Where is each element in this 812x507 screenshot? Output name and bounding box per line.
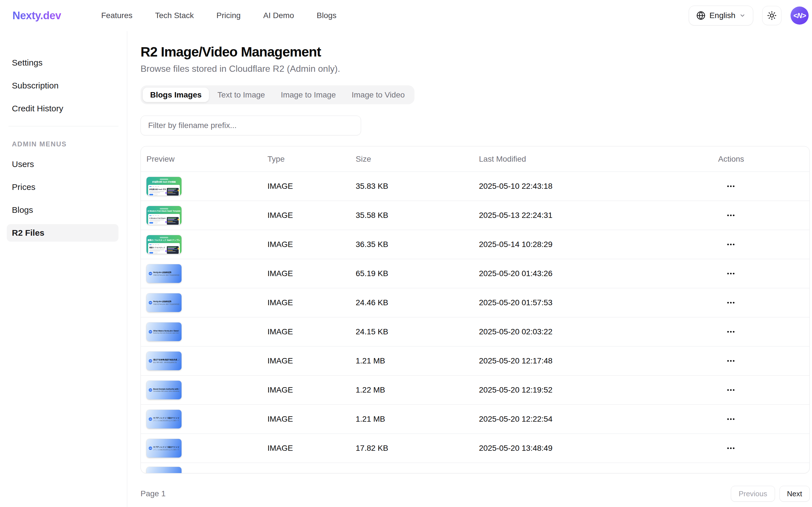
thumbnail-card-preview: <N> What Makes Nexty.dev Stand Out Explo… xyxy=(147,323,181,341)
column-header-actions: Actions xyxy=(718,155,804,164)
row-actions-button[interactable] xyxy=(724,412,738,426)
theme-toggle-button[interactable] xyxy=(762,6,781,25)
previous-page-button[interactable]: Previous xyxy=(731,486,775,502)
main-content: R2 Image/Video Management Browse files s… xyxy=(127,31,812,507)
sidebar-admin-group: Users Prices Blogs R2 Files xyxy=(7,156,118,242)
row-actions-button[interactable] xyxy=(724,354,738,368)
row-actions-button[interactable] xyxy=(724,237,738,251)
type-cell: IMAGE xyxy=(267,414,356,424)
size-cell: 1.21 MB xyxy=(356,414,479,424)
sidebar-item-subscription[interactable]: Subscription xyxy=(7,77,118,94)
table-row: サブディレクトリ統合でドメイン権威を向上 サブディレクトリ統合でドメイン権威を向… xyxy=(141,434,809,463)
thumbnail-site-preview: A Modern Full-Stack SaaS Template A Mode… xyxy=(147,206,181,225)
sidebar-item-users[interactable]: Users xyxy=(7,156,118,173)
size-cell: 35.58 KB xyxy=(356,211,479,220)
globe-icon xyxy=(696,11,705,20)
nav-item-tech-stack[interactable]: Tech Stack xyxy=(155,11,194,20)
nav-item-features[interactable]: Features xyxy=(101,11,132,20)
thumb-code-block xyxy=(167,217,179,225)
table-row: サブディレクトリ統合でドメイン権威を向上 サブディレクトリ統合でドメイン権威を向… xyxy=(141,405,809,434)
brand-logo[interactable]: Nexty.dev xyxy=(12,10,61,22)
tab-text-to-image[interactable]: Text to Image xyxy=(210,88,272,102)
table-row: Nexty.dev 的独特优势 Nexty.dev 的独特优势 xyxy=(141,259,809,288)
size-cell: 1.21 MB xyxy=(356,356,479,365)
preview-thumbnail[interactable]: サブディレクトリ統合でドメイン権威を向上 サブディレクトリ統合でドメイン権威を向… xyxy=(147,410,181,429)
row-actions-button[interactable] xyxy=(724,296,738,310)
column-header-preview: Preview xyxy=(147,155,267,164)
thumbnail-card-preview: <N> Nexty.dev 的独特优势 详细介绍 Nexty.dev 相对于竞品… xyxy=(147,293,181,312)
sidebar-item-settings[interactable]: Settings xyxy=(7,54,118,71)
table-row: <N> xyxy=(141,463,809,473)
tab-list: Blogs Images Text to Image Image to Imag… xyxy=(141,86,415,104)
type-cell xyxy=(267,463,356,467)
thumb-card-title: What Makes Nexty.dev Stand Out xyxy=(153,330,179,332)
type-cell: IMAGE xyxy=(267,269,356,278)
page-title: R2 Image/Video Management xyxy=(141,44,810,60)
type-cell: IMAGE xyxy=(267,298,356,307)
sidebar-section-label: ADMIN MENUS xyxy=(12,140,118,148)
ellipsis-icon xyxy=(726,327,736,337)
nav-item-blogs[interactable]: Blogs xyxy=(317,11,336,20)
size-cell: 24.46 KB xyxy=(356,298,479,307)
thumb-browser-mockup: A Modern Full-Stack SaaS Template xyxy=(148,214,180,225)
table-header: Preview Type Size Last Modified Actions xyxy=(141,147,809,172)
tab-image-to-video[interactable]: Image to Video xyxy=(344,88,412,102)
sidebar-item-credit-history[interactable]: Credit History xyxy=(7,100,118,117)
row-actions-button[interactable] xyxy=(724,325,738,339)
preview-thumbnail[interactable]: 多场景全栈 SaaS 开发模板 多场景全栈 SaaS 开发模板 xyxy=(147,177,181,195)
size-cell: 1.22 MB xyxy=(356,386,479,395)
size-cell: 24.15 KB xyxy=(356,327,479,336)
row-actions-button[interactable] xyxy=(724,267,738,281)
preview-cell: A Modern Full-Stack SaaS Template A Mode… xyxy=(147,206,267,225)
tab-blogs-images[interactable]: Blogs Images xyxy=(143,88,209,102)
files-table: Preview Type Size Last Modified Actions … xyxy=(141,146,810,473)
app-window: Nexty.dev Features Tech Stack Pricing AI… xyxy=(0,0,812,507)
preview-thumbnail[interactable]: Nexty.dev 的独特优势 Nexty.dev 的独特优势 xyxy=(147,264,181,283)
modified-cell: 2025-05-13 22:24:31 xyxy=(479,211,718,220)
filter-input[interactable] xyxy=(141,116,361,135)
thumb-purple-dot xyxy=(165,221,167,223)
preview-thumbnail[interactable]: Boost Domain Authority with Subdirectory… xyxy=(147,381,181,399)
row-actions-button[interactable] xyxy=(724,383,738,397)
preview-thumbnail[interactable]: What Makes Nexty.dev Stand Out What Make… xyxy=(147,323,181,341)
type-cell: IMAGE xyxy=(267,444,356,453)
preview-thumbnail[interactable]: A Modern Full-Stack SaaS Template A Mode… xyxy=(147,206,181,225)
preview-thumbnail[interactable]: 通过子目录集成提升域名权威，巩固品牌独立性 通过子目录集成提升域名权威，巩固品牌… xyxy=(147,351,181,370)
thumb-card-subtitle: Exploring what sets Nexty.dev apart from… xyxy=(153,332,179,334)
preview-thumbnail[interactable]: 最新の フルスタック SaaS テンプレート 最新の フルスタック SaaS テ… xyxy=(147,235,181,254)
thumb-card-subtitle: 详细介绍 Nexty.dev 相对于竞品的独特优势 xyxy=(153,303,179,305)
column-header-last-modified: Last Modified xyxy=(479,155,718,164)
row-actions-button[interactable] xyxy=(724,208,738,222)
table-row: Boost Domain Authority with Subdirectory… xyxy=(141,376,809,405)
thumb-card-subtitle: ブランドの独立性を保ちながらSEOパワーを統合 xyxy=(153,420,179,421)
language-selector-button[interactable]: English xyxy=(689,6,753,25)
preview-thumbnail[interactable]: <N> xyxy=(147,467,181,473)
size-cell xyxy=(356,463,479,467)
tab-image-to-image[interactable]: Image to Image xyxy=(273,88,343,102)
preview-cell: Nexty.dev 的独特优势 Nexty.dev 的独特优势 xyxy=(147,264,267,283)
thumb-yellow-dot xyxy=(177,190,179,191)
thumb-hero-pill xyxy=(160,179,168,180)
preview-cell: 最新の フルスタック SaaS テンプレート 最新の フルスタック SaaS テ… xyxy=(147,235,267,254)
next-page-button[interactable]: Next xyxy=(779,486,810,502)
preview-cell: <N> xyxy=(147,463,267,473)
row-actions-button[interactable] xyxy=(724,441,738,455)
thumb-card-subtitle: 详细介绍 Nexty.dev 相对于竞品的独特优势 xyxy=(153,274,179,276)
user-avatar[interactable]: <N> xyxy=(791,6,809,24)
size-cell: 35.83 KB xyxy=(356,182,479,191)
sidebar-user-group: Settings Subscription Credit History xyxy=(7,54,118,117)
thumbnail-card-preview: <N> Boost Domain Authority with Subdirec… xyxy=(147,381,181,399)
preview-thumbnail[interactable]: Nexty.dev 的独特优势 Nexty.dev 的独特优势 xyxy=(147,293,181,312)
sidebar-item-r2-files[interactable]: R2 Files xyxy=(7,224,118,242)
nav-item-ai-demo[interactable]: AI Demo xyxy=(263,11,294,20)
thumb-code-block xyxy=(167,246,179,254)
table-row: Nexty.dev 的独特优势 Nexty.dev 的独特优势 xyxy=(141,288,809,317)
preview-thumbnail[interactable]: サブディレクトリ統合でドメイン権威を向上 サブディレクトリ統合でドメイン権威を向… xyxy=(147,439,181,458)
sidebar-item-prices[interactable]: Prices xyxy=(7,178,118,196)
nav-item-pricing[interactable]: Pricing xyxy=(216,11,240,20)
thumb-card-subtitle: ブランドの独立性を保ちながらSEOパワーを統合 xyxy=(153,449,179,450)
row-actions-button[interactable] xyxy=(724,179,738,193)
size-cell: 65.19 KB xyxy=(356,269,479,278)
thumb-hero-title: 最新の フルスタック SaaS テンプレート xyxy=(148,239,180,242)
sidebar-item-blogs[interactable]: Blogs xyxy=(7,201,118,219)
